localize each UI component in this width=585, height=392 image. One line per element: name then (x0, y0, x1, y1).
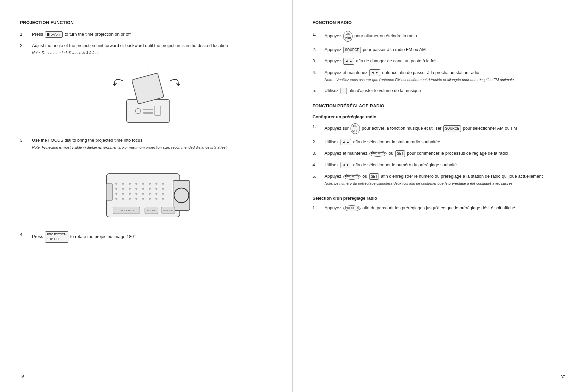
configure-item-4: 4. Utilisez ◄ ► afin de sélectionner le … (313, 162, 565, 168)
svg-point-22 (142, 188, 144, 190)
svg-point-32 (155, 193, 157, 195)
svg-text:FOCUS: FOCUS (147, 209, 155, 212)
page: PROJECTION FUNCTION 1. Press ☰ ON/OFF to… (0, 0, 585, 392)
left-list: 1. Press ☰ ON/OFF to turn the time proje… (20, 31, 272, 56)
left-item4-text-after: to rotate the projected image 180° (70, 234, 136, 239)
left-list-num-3: 3. (20, 137, 32, 144)
left-list-content-1: Press ☰ ON/OFF to turn the time projecti… (32, 31, 272, 38)
selection-section: Sélection d'un préréglage radio 1. Appuy… (313, 196, 565, 211)
svg-point-17 (162, 183, 164, 185)
svg-point-37 (135, 198, 137, 200)
svg-point-20 (129, 188, 131, 190)
configure-btn-4: ◄ ► (341, 162, 352, 168)
left-list-num-2: 2. (20, 42, 32, 49)
svg-point-38 (142, 198, 144, 200)
svg-point-41 (162, 198, 164, 200)
configure-btn2-1: SOURCE (443, 125, 461, 132)
svg-point-30 (142, 193, 144, 195)
configure-item-3: 3. Appuyez et maintenez PRESETS ou SET p… (313, 150, 565, 157)
configure-num-2: 2. (313, 139, 325, 145)
svg-point-36 (129, 198, 131, 200)
configure-num-4: 4. (313, 162, 325, 168)
left-item1-text-before: Press (32, 32, 43, 37)
svg-point-18 (115, 188, 117, 190)
left-item2-note: Note: Recommended distance is 3-9 feet (32, 50, 272, 56)
projection-svg-2: USB CHARGE FOCUS TIME SET (96, 157, 196, 224)
svg-point-26 (115, 193, 117, 195)
left-item1-btn: ☰ ON/OFF (45, 31, 63, 38)
svg-marker-2 (176, 83, 180, 86)
configure-btn1-1: ONOFF (351, 123, 360, 134)
configure-btn2-3: SET (395, 150, 405, 157)
svg-point-28 (129, 193, 131, 195)
svg-point-34 (115, 198, 117, 200)
svg-point-29 (135, 193, 137, 195)
svg-point-23 (149, 188, 151, 190)
right-radio-list: 1. Appuyez ONOFF pour allumer ou éteindr… (313, 31, 565, 94)
left-list-item-4: 4. Press PROJECTION180° FLIP to rotate t… (20, 231, 272, 243)
configure-btn-2: ◄ ► (341, 139, 352, 146)
preset-section-title: FONCTION PRÉRÉGLAGE RADIO (313, 103, 565, 108)
left-page: PROJECTION FUNCTION 1. Press ☰ ON/OFF to… (0, 0, 292, 392)
svg-point-31 (149, 193, 151, 195)
right-radio-note-4: Note: : Veuillez vous assurer que l'ante… (325, 77, 565, 83)
right-radio-num-3: 3. (313, 58, 325, 64)
configure-btn1-3: PRESETS (369, 151, 387, 157)
right-radio-item-2: 2. Appuyez SOURCE pour passer à la radio… (313, 46, 565, 53)
svg-point-40 (155, 198, 157, 200)
left-list-content-4: Press PROJECTION180° FLIP to rotate the … (32, 231, 272, 243)
configure-btn1-5: PRESETS (343, 174, 361, 180)
svg-point-16 (155, 183, 157, 185)
svg-rect-5 (143, 109, 153, 110)
right-radio-item-1: 1. Appuyez ONOFF pour allumer ou éteindr… (313, 31, 565, 42)
right-radio-btn-4: ◄ ► (369, 69, 380, 76)
svg-rect-6 (143, 112, 153, 114)
right-radio-content-4: Appuyez et maintenez ◄ ► enfoncé afin de… (325, 69, 565, 83)
left-item3-note: Note: Projection is most visible in dark… (32, 145, 272, 150)
svg-point-39 (149, 198, 151, 200)
left-list-num-1: 1. (20, 31, 32, 38)
right-radio-num-1: 1. (313, 31, 325, 38)
configure-item-2: 2. Utilisez ◄ ► afin de sélectionner la … (313, 139, 565, 145)
svg-rect-44 (106, 184, 112, 200)
configure-title: Configurer un préréglage radio (313, 114, 565, 119)
configure-content-2: Utilisez ◄ ► afin de sélectionner la sta… (325, 139, 565, 145)
right-radio-num-2: 2. (313, 46, 325, 53)
right-radio-content-3: Appuyez ◄ ► afin de changer de canal un … (325, 58, 565, 64)
right-radio-btn-1: ONOFF (343, 31, 353, 42)
svg-point-33 (162, 193, 164, 195)
right-radio-btn-3: ◄ ► (343, 58, 354, 65)
configure-btn2-5: SET (369, 173, 379, 180)
svg-marker-3 (112, 83, 117, 86)
right-page: FONCTION RADIO 1. Appuyez ONOFF pour all… (292, 0, 585, 392)
projection-diagram-2: USB CHARGE FOCUS TIME SET (20, 157, 272, 225)
svg-point-10 (115, 183, 117, 185)
svg-point-13 (135, 183, 137, 185)
configure-content-4: Utilisez ◄ ► afin de sélectionner le num… (325, 162, 565, 168)
svg-point-15 (149, 183, 151, 185)
svg-point-25 (162, 188, 164, 190)
svg-point-19 (122, 188, 124, 190)
svg-text:TIME SET: TIME SET (162, 209, 173, 212)
svg-point-27 (122, 193, 124, 195)
left-list-2: 3. Use the FOCUS dial to bring the proje… (20, 137, 272, 150)
configure-item-5: 5. Appuyez PRESETS ou SET afin d'enregis… (313, 173, 565, 186)
svg-point-24 (155, 188, 157, 190)
svg-point-35 (122, 198, 124, 200)
selection-btn-1: PRESETS (343, 205, 361, 211)
right-radio-item-5: 5. Utilisez ☰ afin d'ajuster le volume d… (313, 87, 565, 94)
left-list-num-4: 4. (20, 231, 32, 238)
selection-list: 1. Appuyez PRESETS afin de parcourir les… (313, 205, 565, 211)
left-list-item-2: 2. Adjust the angle of the projection un… (20, 42, 272, 56)
right-radio-item-4: 4. Appuyez et maintenez ◄ ► enfoncé afin… (313, 69, 565, 83)
preset-section: FONCTION PRÉRÉGLAGE RADIO Configurer un … (313, 103, 565, 186)
left-list-item-3: 3. Use the FOCUS dial to bring the proje… (20, 137, 272, 150)
left-item4-btn: PROJECTION180° FLIP (45, 231, 68, 243)
projection-svg-1 (103, 63, 190, 129)
right-section-title: FONCTION RADIO (313, 20, 565, 25)
svg-text:USB CHARGE: USB CHARGE (118, 209, 134, 212)
svg-rect-0 (126, 99, 170, 123)
configure-num-1: 1. (313, 123, 325, 130)
right-radio-num-4: 4. (313, 69, 325, 76)
svg-rect-42 (173, 180, 190, 210)
